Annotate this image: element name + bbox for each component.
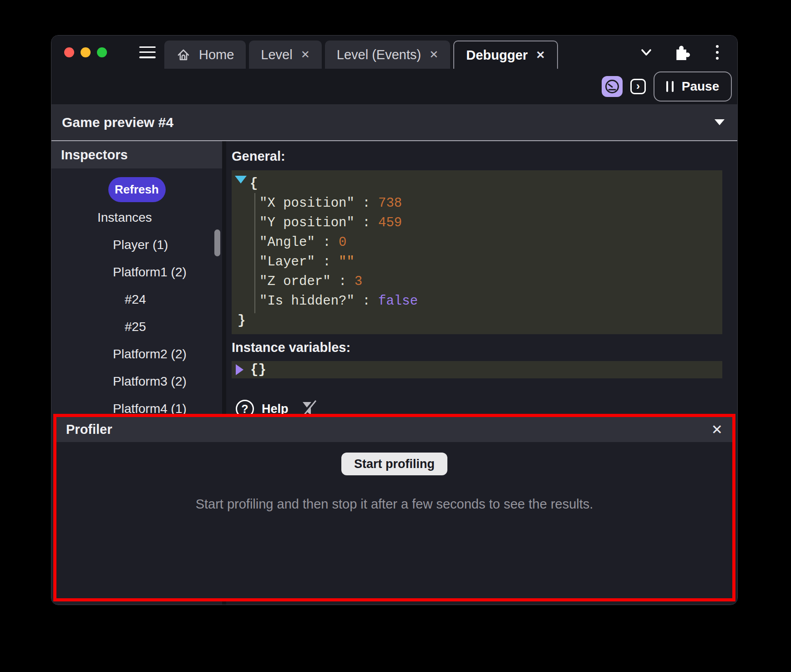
property-value[interactable]: 459 (378, 215, 402, 230)
close-icon[interactable]: ✕ (301, 48, 310, 61)
tab-label: Debugger (466, 48, 527, 63)
tree-item-platform2[interactable]: Platform2 (2) (51, 341, 222, 368)
general-label: General: (232, 149, 722, 164)
profiler-title: Profiler (66, 422, 112, 437)
console-icon[interactable]: › (630, 79, 646, 94)
instances-tree: Instances Player (1) Platform1 (2) #24 #… (51, 204, 222, 423)
tree-item-instance-25[interactable]: #25 (51, 313, 222, 341)
game-preview-title: Game preview #4 (62, 115, 173, 130)
expand-arrow-icon[interactable] (235, 176, 247, 183)
property-value[interactable]: false (378, 294, 418, 309)
property-value[interactable]: "" (339, 255, 355, 270)
separator (355, 196, 378, 211)
json-property-row[interactable]: Z order3 (232, 272, 722, 291)
instance-variables-view: {} (232, 361, 722, 378)
profiler-panel: Profiler ✕ Start profiling Start profili… (53, 414, 735, 601)
tab-level-events[interactable]: Level (Events) ✕ (325, 41, 450, 69)
tab-label: Home (199, 47, 234, 62)
property-value[interactable]: 738 (378, 196, 402, 211)
tab-label: Level (261, 47, 292, 62)
refresh-button[interactable]: Refresh (108, 177, 166, 202)
profiler-description: Start profiling and then stop it after a… (196, 497, 593, 512)
property-key: X position (259, 196, 355, 211)
json-close-brace: } (232, 311, 722, 331)
pause-label: Pause (682, 79, 720, 94)
home-icon (176, 47, 191, 62)
instance-variables-label: Instance variables: (232, 340, 722, 355)
indent-guide (254, 193, 255, 313)
collapsed-arrow-icon[interactable] (236, 364, 243, 375)
collapse-chevron-icon[interactable] (715, 119, 725, 125)
extensions-puzzle-icon[interactable] (674, 44, 690, 61)
tree-item-platform1[interactable]: Platform1 (2) (51, 259, 222, 286)
property-key: Z order (259, 274, 331, 289)
title-bar: Home Level ✕ Level (Events) ✕ Debugger ✕ (51, 36, 737, 69)
separator (355, 215, 378, 230)
tab-label: Level (Events) (337, 47, 421, 62)
minimize-window-icon[interactable] (81, 47, 91, 57)
close-icon[interactable]: ✕ (429, 48, 438, 61)
profiler-toggle-button[interactable] (602, 76, 623, 97)
tree-item-platform3[interactable]: Platform3 (2) (51, 368, 222, 395)
tab-debugger[interactable]: Debugger ✕ (453, 41, 558, 69)
pause-button[interactable]: Pause (654, 71, 732, 102)
start-profiling-button[interactable]: Start profiling (341, 453, 447, 475)
json-property-row[interactable]: Layer"" (232, 252, 722, 272)
separator (355, 294, 378, 309)
tab-home[interactable]: Home (164, 41, 246, 69)
json-open-brace: { (232, 174, 722, 193)
property-key: Is hidden? (259, 294, 355, 309)
pause-icon (666, 81, 674, 92)
close-window-icon[interactable] (64, 47, 74, 57)
json-property-row[interactable]: X position738 (232, 193, 722, 213)
menu-icon[interactable] (139, 46, 156, 58)
maximize-window-icon[interactable] (97, 47, 107, 57)
sidebar-scrollbar[interactable] (214, 229, 220, 256)
tree-item-instance-24[interactable]: #24 (51, 286, 222, 313)
json-property-row[interactable]: Is hidden?false (232, 291, 722, 311)
json-property-row[interactable]: Y position459 (232, 213, 722, 233)
close-icon[interactable]: ✕ (711, 423, 723, 437)
separator (331, 274, 355, 289)
tree-item-instances[interactable]: Instances (51, 204, 222, 231)
tree-item-player[interactable]: Player (1) (51, 231, 222, 259)
tab-level[interactable]: Level ✕ (249, 41, 321, 69)
debugger-window: Home Level ✕ Level (Events) ✕ Debugger ✕ (51, 35, 738, 605)
tab-strip: Home Level ✕ Level (Events) ✕ Debugger ✕ (164, 41, 558, 69)
property-value[interactable]: 0 (339, 235, 346, 250)
close-icon[interactable]: ✕ (536, 49, 545, 61)
traffic-lights (51, 47, 107, 57)
game-preview-bar[interactable]: Game preview #4 (51, 104, 737, 141)
variables-value: {} (250, 362, 266, 377)
property-key: Layer (259, 255, 315, 270)
json-property-row[interactable]: Angle0 (232, 233, 722, 252)
property-key: Y position (259, 215, 355, 230)
separator (315, 235, 339, 250)
inspectors-header: Inspectors (51, 141, 222, 168)
property-value[interactable]: 3 (355, 274, 362, 289)
general-json-view: { X position738 Y position459 Angle0 Lay… (232, 170, 722, 334)
debugger-toolbar: › Pause (51, 69, 737, 104)
chevron-down-icon[interactable] (638, 44, 654, 61)
titlebar-actions (638, 44, 725, 61)
profiler-header: Profiler ✕ (56, 417, 732, 442)
property-key: Angle (259, 235, 315, 250)
separator (315, 255, 339, 270)
profiler-body: Start profiling Start profiling and then… (56, 442, 732, 598)
more-options-icon[interactable] (709, 44, 725, 61)
